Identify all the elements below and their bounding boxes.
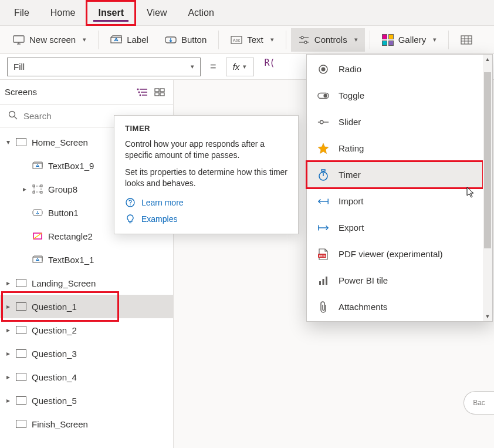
- tree-item-label: Home_Screen: [32, 137, 88, 147]
- svg-point-21: [140, 94, 141, 96]
- svg-rect-25: [160, 93, 164, 96]
- gallery-icon: [382, 34, 394, 46]
- controls-menu[interactable]: Controls ▾: [291, 28, 365, 52]
- search-icon: [8, 110, 18, 122]
- menu-home[interactable]: Home: [40, 0, 86, 26]
- svg-point-26: [9, 111, 15, 117]
- dropdown-item-pdf-viewer-experimental-[interactable]: PDFPDF viewer (experimental): [307, 241, 483, 267]
- scrollbar[interactable]: ▲ ▼: [483, 55, 492, 321]
- property-selector[interactable]: Fill ▾: [7, 58, 201, 76]
- chevron-down-icon: ▾: [243, 63, 246, 70]
- tree-item-textbox1_1[interactable]: TextBox1_1: [0, 248, 173, 271]
- menu-file[interactable]: File: [4, 0, 40, 26]
- label-icon: [110, 34, 122, 46]
- separator: [370, 31, 370, 49]
- dropdown-item-rating[interactable]: Rating: [307, 135, 483, 161]
- fx-label: fx: [233, 62, 240, 72]
- chevron-icon[interactable]: ▸: [4, 396, 13, 405]
- dropdown-item-slider[interactable]: Slider: [307, 109, 483, 135]
- chevron-icon[interactable]: ▸: [4, 279, 13, 287]
- svg-line-36: [33, 233, 42, 239]
- learn-more-label: Learn more: [141, 198, 184, 207]
- chevron-icon[interactable]: ▸: [20, 185, 29, 193]
- svg-point-8: [301, 36, 303, 39]
- tree-item-label: TextBox1_1: [48, 255, 94, 265]
- screen-icon: [15, 278, 27, 288]
- menu-insert[interactable]: Insert: [87, 2, 134, 24]
- radio-icon: [317, 63, 329, 75]
- tree-view-list[interactable]: [133, 83, 151, 101]
- dropdown-item-timer[interactable]: Timer: [307, 161, 483, 188]
- svg-rect-29: [34, 186, 41, 192]
- tree-item-label: Question_2: [32, 325, 77, 335]
- rectangle-icon: [32, 231, 43, 241]
- fx-button[interactable]: fx ▾: [226, 58, 254, 76]
- screen-icon: [15, 302, 27, 311]
- dropdown-item-power-bi-tile[interactable]: Power BI tile: [307, 267, 483, 294]
- svg-rect-24: [155, 93, 159, 96]
- tree-item-label: Button1: [48, 208, 79, 218]
- separator: [218, 31, 219, 49]
- tooltip-p2: Set its properties to determine how this…: [125, 167, 287, 189]
- svg-point-39: [130, 204, 131, 206]
- datatable-button[interactable]: [454, 28, 475, 52]
- group-icon: [32, 184, 43, 194]
- svg-rect-58: [323, 279, 324, 285]
- svg-text:Abc: Abc: [233, 38, 241, 42]
- svg-point-19: [137, 88, 139, 90]
- svg-point-46: [320, 120, 323, 123]
- menubar: FileHomeInsertViewAction: [0, 0, 494, 26]
- dropdown-item-label: Attachments: [339, 302, 387, 312]
- scroll-thumb[interactable]: [484, 72, 491, 248]
- label-label: Label: [127, 35, 148, 45]
- help-icon: [125, 197, 136, 208]
- tree-item-label: Finish_Screen: [32, 419, 88, 429]
- new-screen-label: New screen: [29, 35, 76, 45]
- gallery-menu[interactable]: Gallery ▾: [375, 28, 444, 52]
- learn-more-link[interactable]: Learn more: [125, 197, 287, 208]
- property-name: Fill: [13, 62, 25, 72]
- tree-item-landing_screen[interactable]: ▸Landing_Screen: [0, 271, 173, 295]
- chevron-icon[interactable]: ▸: [4, 302, 13, 311]
- dropdown-item-attachments[interactable]: Attachments: [307, 294, 483, 320]
- text-menu[interactable]: Abc Text ▾: [224, 28, 281, 52]
- menu-action[interactable]: Action: [177, 0, 224, 26]
- dropdown-item-radio[interactable]: Radio: [307, 56, 483, 82]
- separator: [448, 31, 449, 49]
- toggle-icon: [317, 90, 329, 102]
- dropdown-item-toggle[interactable]: Toggle: [307, 82, 483, 109]
- tree-item-question_4[interactable]: ▸Question_4: [0, 365, 173, 389]
- tree-item-finish_screen[interactable]: Finish_Screen: [0, 412, 173, 436]
- chevron-icon[interactable]: ▸: [4, 349, 13, 358]
- tree-item-question_2[interactable]: ▸Question_2: [0, 318, 173, 342]
- label-button[interactable]: Label: [103, 28, 155, 52]
- tree-item-question_1[interactable]: ▸Question_1: [0, 295, 173, 318]
- scroll-up-icon[interactable]: ▲: [483, 55, 492, 64]
- tooltip-p1: Control how your app responds after a sp…: [125, 139, 287, 161]
- svg-rect-0: [13, 36, 24, 42]
- chevron-icon[interactable]: ▸: [4, 326, 13, 334]
- button-button[interactable]: Button: [158, 28, 214, 52]
- chevron-icon[interactable]: ▾: [4, 138, 13, 146]
- scroll-down-icon[interactable]: ▼: [483, 312, 492, 321]
- svg-rect-23: [160, 89, 164, 92]
- examples-link[interactable]: Examples: [125, 214, 287, 224]
- dropdown-item-export[interactable]: Export: [307, 214, 483, 241]
- tree-item-label: Rectangle2: [48, 231, 93, 241]
- tree-view-toggle: [133, 83, 168, 101]
- back-button[interactable]: Bac: [463, 391, 494, 415]
- menu-view[interactable]: View: [136, 0, 177, 26]
- tree-item-question_3[interactable]: ▸Question_3: [0, 342, 173, 365]
- chevron-icon[interactable]: ▸: [4, 373, 13, 381]
- svg-rect-49: [322, 170, 325, 171]
- menu-highlight-box: Insert: [86, 0, 136, 26]
- text-icon: Abc: [231, 34, 242, 46]
- tree-view-thumbs[interactable]: [151, 83, 168, 101]
- tree-item-label: Landing_Screen: [32, 278, 96, 288]
- dropdown-item-import[interactable]: Import: [307, 188, 483, 214]
- tree-item-question_5[interactable]: ▸Question_5: [0, 389, 173, 412]
- new-screen-button[interactable]: New screen ▾: [6, 28, 93, 52]
- button-icon: [165, 34, 177, 46]
- dropdown-item-label: Rating: [339, 143, 364, 153]
- svg-rect-33: [40, 191, 42, 193]
